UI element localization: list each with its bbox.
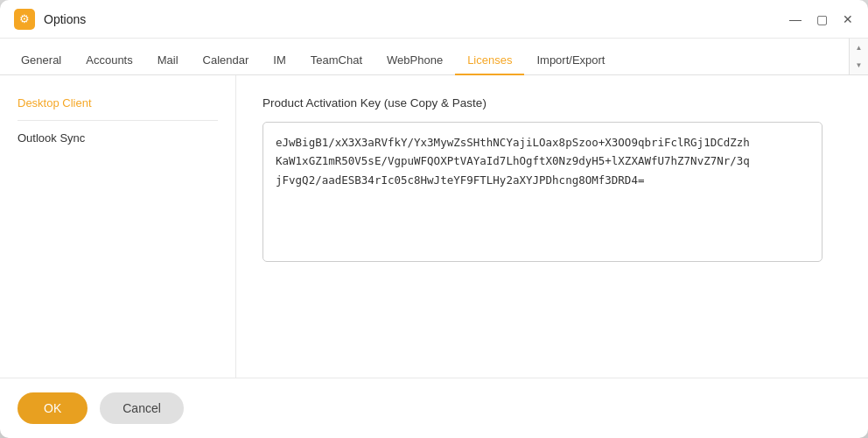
maximize-button[interactable]: ▢ [814,11,830,27]
app-icon: ⚙ [14,9,35,30]
tab-calendar[interactable]: Calendar [191,46,262,75]
close-button[interactable]: ✕ [840,11,856,27]
left-panel-item-outlook-sync[interactable]: Outlook Sync [0,124,235,152]
tab-teamchat[interactable]: TeamChat [298,46,374,75]
left-panel-divider [18,120,218,121]
left-panel-item-desktop-client[interactable]: Desktop Client [0,89,235,117]
footer: OK Cancel [0,378,868,438]
ok-button[interactable]: OK [18,392,88,424]
window-controls: — ▢ ✕ [788,11,856,27]
tab-bar: General Accounts Mail Calendar IM TeamCh… [0,39,868,75]
tab-licenses[interactable]: Licenses [455,46,524,75]
activation-key-input[interactable] [262,122,822,262]
tab-mail[interactable]: Mail [145,46,191,75]
tab-im[interactable]: IM [261,46,298,75]
tab-webphone[interactable]: WebPhone [374,46,455,75]
minimize-button[interactable]: — [788,11,803,27]
content-area: Desktop Client Outlook Sync Product Acti… [0,75,868,378]
tab-accounts[interactable]: Accounts [74,46,144,75]
tab-general[interactable]: General [9,46,74,75]
options-window: ⚙ Options — ▢ ✕ General Accounts Mail Ca… [0,0,868,438]
cancel-button[interactable]: Cancel [100,392,184,424]
tab-scroll-down[interactable]: ▼ [850,57,868,75]
right-panel: Product Activation Key (use Copy & Paste… [236,75,868,378]
title-bar: ⚙ Options — ▢ ✕ [0,0,868,39]
activation-key-label: Product Activation Key (use Copy & Paste… [262,96,842,110]
window-title: Options [44,12,86,26]
tab-import-export[interactable]: Import/Export [524,46,617,75]
tab-scroll-up[interactable]: ▲ [850,39,868,57]
left-panel: Desktop Client Outlook Sync [0,75,236,378]
tab-scroll-controls: ▲ ▼ [849,39,868,74]
